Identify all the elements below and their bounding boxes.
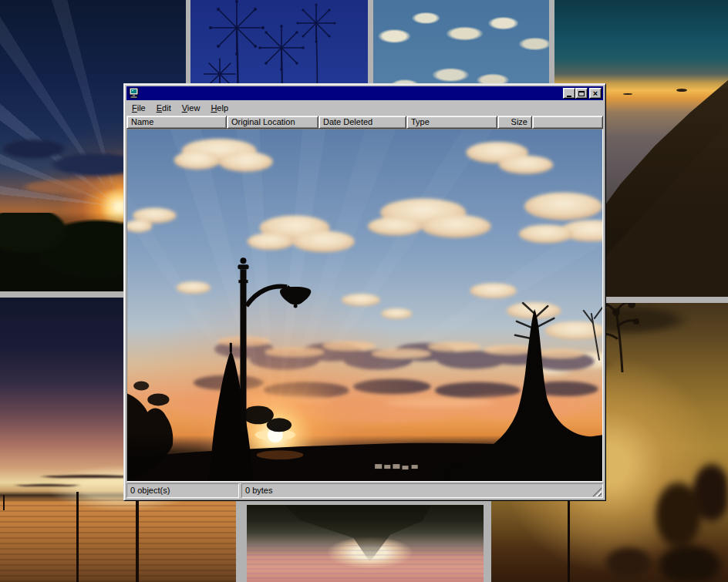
sunset-lamppost-photo [127, 130, 602, 481]
pole-silhouette [76, 492, 79, 582]
maximize-icon [578, 91, 585, 96]
resize-grip[interactable] [592, 487, 602, 496]
minimize-button[interactable] [563, 88, 575, 99]
menu-edit[interactable]: Edit [151, 102, 177, 115]
desktop: { "window": { "title": "", "menu": ["Fil… [0, 0, 728, 582]
status-size-text: 0 bytes [245, 486, 272, 495]
pole-silhouette [136, 500, 139, 582]
column-headers: Name Original Location Date Deleted Type… [126, 116, 603, 129]
menubar: File Edit View Help [126, 101, 603, 116]
wallpaper-reflection-photo [247, 505, 484, 582]
column-header-type[interactable]: Type [406, 116, 497, 129]
pole-silhouette [3, 495, 5, 510]
column-header-empty[interactable] [532, 116, 603, 129]
file-list-area[interactable] [126, 129, 603, 482]
menu-file[interactable]: File [126, 102, 151, 115]
minimize-icon [567, 96, 571, 97]
close-button[interactable]: × [589, 88, 602, 99]
column-header-name[interactable]: Name [126, 116, 227, 129]
column-header-size[interactable]: Size [497, 116, 532, 129]
menu-help[interactable]: Help [205, 102, 234, 115]
water-ripples [0, 500, 236, 582]
maximize-button[interactable] [575, 88, 588, 99]
column-header-date-deleted[interactable]: Date Deleted [318, 116, 406, 129]
status-object-count: 0 object(s) [126, 483, 239, 498]
my-computer-icon [128, 88, 140, 99]
recycle-bin-window: × File Edit View Help Name Original Loca… [123, 83, 606, 501]
menu-view[interactable]: View [177, 102, 206, 115]
column-header-original-location[interactable]: Original Location [227, 116, 318, 129]
statusbar: 0 object(s) 0 bytes [126, 483, 603, 498]
pole-silhouette [568, 501, 570, 582]
close-icon: × [593, 89, 598, 97]
titlebar[interactable]: × [126, 86, 603, 100]
status-size: 0 bytes [241, 483, 603, 498]
water-ripples [247, 545, 484, 582]
